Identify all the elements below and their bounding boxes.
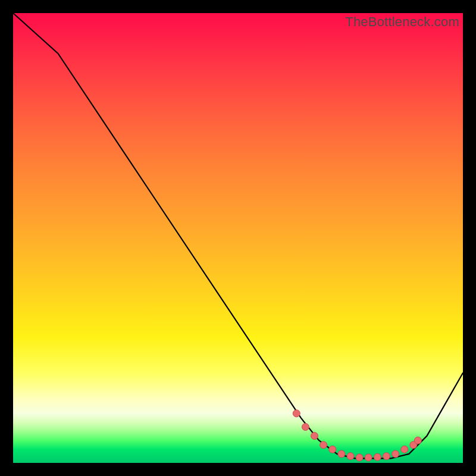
marker-dot bbox=[347, 453, 354, 460]
marker-dot bbox=[302, 424, 309, 431]
marker-dot bbox=[365, 454, 372, 461]
marker-dot bbox=[356, 454, 363, 461]
plot-area: TheBottleneck.com bbox=[13, 13, 463, 463]
marker-dot bbox=[374, 453, 381, 461]
marker-dot bbox=[392, 450, 399, 458]
bottleneck-curve bbox=[13, 13, 463, 458]
chart-overlay bbox=[13, 13, 463, 463]
marker-dot bbox=[338, 450, 345, 458]
marker-dot bbox=[320, 441, 327, 449]
chart-frame: TheBottleneck.com bbox=[0, 0, 476, 476]
marker-dot bbox=[383, 453, 390, 460]
marker-dot bbox=[293, 410, 300, 417]
marker-group bbox=[293, 410, 421, 461]
marker-dot bbox=[329, 446, 336, 453]
marker-dot bbox=[414, 437, 421, 444]
marker-dot bbox=[311, 433, 318, 440]
marker-dot bbox=[401, 446, 408, 453]
